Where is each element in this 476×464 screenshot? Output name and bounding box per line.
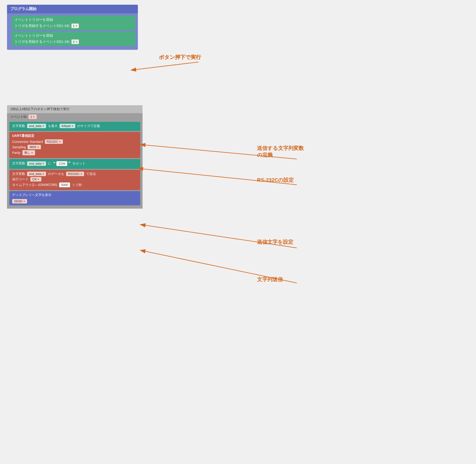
svg-line-1 [131,62,199,70]
quote-value-box: ❝ 1234 ❞ [53,161,71,166]
annotation-button-press: ボタン押下で実行 [159,54,201,61]
event-header: 1秒以上4秒以下のボタン押下検知で実行 [7,105,142,113]
send-button-display[interactable]: SEND [12,199,27,203]
program-start-block: プログラム開始 イベントトリガーを登録 トリガを登録するイベントID(1-16)… [7,5,138,50]
event-trigger-label-2: イベントトリガーを登録 [15,33,133,38]
send-snd-data-dropdown[interactable]: snd_data [27,172,46,176]
event-trigger-block-2: イベントトリガーを登録 トリガを登録するイベントID(1-16) 2 [12,32,136,46]
set-wo-set: をセット [73,161,85,165]
display-label: ディスプレイへ文字を表示 [12,193,137,197]
byte-size-dropdown[interactable]: 64byte [60,124,75,128]
set-value-input[interactable]: 1234 [56,161,67,166]
set-ni: に [48,161,51,165]
connection-label: Connection Standard [12,140,43,144]
event-id-value-dropdown[interactable]: 1 [28,115,37,119]
event-body: 文字変数 snd_data を最大 64byte のサイズで定義 UART通信設… [7,120,142,209]
send-de-soshin: で送信 [86,172,96,176]
parity-label: Parity [12,151,20,155]
char-var-mid: を最大 [48,124,58,128]
send-block: 文字変数 snd_data のデータを RS232C で送信 改行コード CR … [9,170,140,190]
uart-block: UART通信設定 Connection Standard RS232C Samp… [9,132,140,158]
trigger-id-label-2: トリガを登録するイベントID(1-16) [15,39,69,44]
char-var-define-block: 文字変数 snd_data を最大 64byte のサイズで定義 [9,122,140,131]
send-char-var-label: 文字変数 [12,172,25,176]
trigger-id-label-1: トリガを登録するイベントID(1-16) [15,24,69,28]
snd-data-dropdown-1[interactable]: snd_data [27,124,46,128]
event-section-block: 1秒以上4秒以下のボタン押下検知で実行 イベントID 1 文字変数 snd_da… [7,105,142,209]
char-var-end: のサイズで定義 [77,124,100,128]
connection-dropdown[interactable]: RS232C [45,139,63,144]
timeout-label: タイムアウト(1～4294967295) [12,183,57,187]
annotation-rs232c: RS-232Cの設定 [257,177,294,184]
display-block: ディスプレイへ文字を表示 SEND [9,191,140,205]
event-id-dropdown-1[interactable]: 1 [71,23,79,28]
quote-close: ❞ [68,161,71,166]
uart-title: UART通信設定 [12,134,137,138]
timeout-value[interactable]: 5000 [59,183,70,187]
timeout-unit: ミリ秒 [72,183,82,187]
event-trigger-block-1: イベントトリガーを登録 トリガを登録するイベントID(1-16) 1 [12,16,136,30]
sampling-label: Sampling [12,145,26,149]
snd-data-dropdown-2[interactable]: snd_data [27,161,46,166]
send-port-dropdown[interactable]: RS232C [66,172,84,176]
event-id-dropdown-2[interactable]: 2 [71,39,79,44]
event-id-row: イベントID 1 [7,113,142,120]
program-start-body: イベントトリガーを登録 トリガを登録するイベントID(1-16) 1 イベントト… [7,13,138,50]
sampling-dropdown[interactable]: 9600 [28,145,41,149]
event-id-label: イベントID [10,115,27,119]
char-var-label: 文字変数 [12,124,25,128]
send-no-data: のデータを [48,172,64,176]
newline-dropdown[interactable]: CR [30,177,41,182]
set-value-block: 文字変数 snd_data に ❝ 1234 ❞ をセット [9,159,140,169]
event-trigger-label-1: イベントトリガーを登録 [15,18,133,22]
set-char-var-label: 文字変数 [12,161,25,165]
parity-dropdown[interactable]: 無し [22,150,35,155]
annotation-send-string: 文字列送信 [257,276,283,283]
annotation-char-var-define: 送信する文字列変数の定義 [257,145,304,158]
newline-label: 改行コード [12,177,28,182]
annotation-set-char: 送信文字を設定 [257,239,293,246]
program-start-header: プログラム開始 [7,5,138,13]
quote-open: ❝ [53,161,55,166]
